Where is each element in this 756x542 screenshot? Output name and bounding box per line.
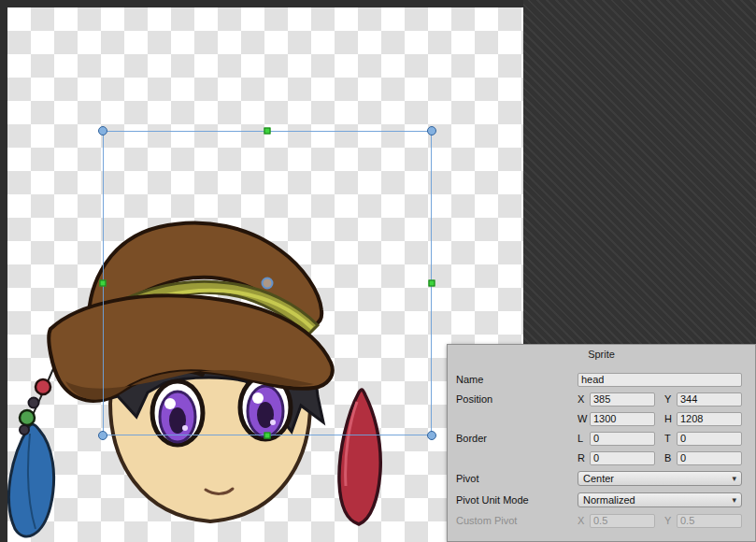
- sprite-editor-window: Sprite Name Position X Y W H: [0, 0, 756, 542]
- selection-handle-right-mid[interactable]: [429, 280, 435, 287]
- position-h-label: H: [664, 413, 673, 424]
- custom-pivot-x-input: [590, 514, 655, 528]
- border-row-rb: R B: [456, 450, 742, 465]
- border-r-label: R: [578, 452, 586, 464]
- pivot-unit-mode-row: Pivot Unit Mode Normalized ▾: [456, 492, 742, 507]
- dropdown-arrow-icon: ▾: [732, 475, 736, 483]
- position-row-xy: Position X Y: [456, 392, 742, 406]
- position-y-label: Y: [664, 393, 673, 405]
- name-label: Name: [456, 374, 578, 385]
- selection-handle-bottom-mid[interactable]: [264, 433, 271, 439]
- border-b-label: B: [664, 452, 673, 464]
- custom-pivot-x-label: X: [578, 515, 586, 526]
- pivot-unit-mode-value: Normalized: [583, 494, 635, 506]
- pivot-label: Pivot: [456, 473, 578, 484]
- pivot-unit-mode-dropdown[interactable]: Normalized ▾: [578, 492, 742, 507]
- border-l-label: L: [578, 433, 586, 444]
- border-label: Border: [456, 433, 578, 444]
- pivot-unit-mode-label: Pivot Unit Mode: [456, 494, 578, 506]
- border-t-label: T: [664, 433, 673, 444]
- custom-pivot-row: Custom Pivot X Y: [456, 513, 742, 528]
- border-l-input[interactable]: [590, 432, 655, 446]
- position-h-input[interactable]: [677, 412, 742, 426]
- position-label: Position: [456, 393, 578, 405]
- selection-handle-top-left[interactable]: [98, 126, 107, 136]
- selection-handle-bottom-left[interactable]: [98, 431, 107, 440]
- position-w-input[interactable]: [590, 412, 655, 426]
- panel-title: Sprite: [448, 349, 755, 360]
- custom-pivot-label: Custom Pivot: [456, 515, 578, 526]
- pivot-dropdown-value: Center: [583, 473, 614, 484]
- custom-pivot-y-input: [677, 514, 742, 528]
- position-x-label: X: [578, 393, 586, 405]
- selection-handle-top-right[interactable]: [427, 126, 436, 136]
- selection-handle-left-mid[interactable]: [100, 280, 107, 287]
- pivot-row: Pivot Center ▾: [456, 471, 742, 486]
- sprite-panel: Sprite Name Position X Y W H: [447, 344, 756, 542]
- sprite-name-input[interactable]: [578, 373, 742, 387]
- name-row: Name: [456, 372, 742, 387]
- dropdown-arrow-icon: ▾: [732, 496, 736, 505]
- border-t-input[interactable]: [677, 432, 742, 446]
- pivot-handle[interactable]: [262, 278, 274, 290]
- border-b-input[interactable]: [677, 451, 742, 465]
- custom-pivot-y-label: Y: [664, 515, 673, 526]
- position-x-input[interactable]: [590, 392, 655, 406]
- border-row-lt: Border L T: [456, 431, 742, 446]
- position-row-wh: W H: [456, 411, 742, 426]
- selection-handle-top-mid[interactable]: [264, 128, 271, 135]
- feather: [8, 424, 53, 536]
- position-w-label: W: [578, 413, 586, 424]
- pivot-dropdown[interactable]: Center ▾: [578, 471, 742, 486]
- border-r-input[interactable]: [590, 451, 655, 465]
- position-y-input[interactable]: [677, 392, 742, 406]
- selection-handle-bottom-right[interactable]: [427, 431, 436, 440]
